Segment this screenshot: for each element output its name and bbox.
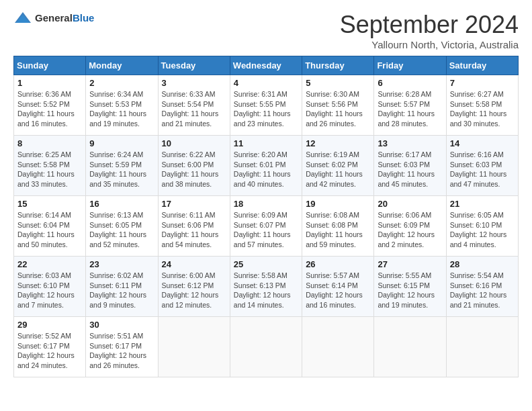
day-info: Sunrise: 6:31 AMSunset: 5:55 PMDaylight:… <box>234 89 298 129</box>
day-info: Sunrise: 6:16 AMSunset: 6:03 PMDaylight:… <box>450 150 515 189</box>
day-number: 22 <box>17 259 82 269</box>
day-number: 25 <box>234 259 298 269</box>
day-info: Sunrise: 5:58 AMSunset: 6:13 PMDaylight:… <box>234 271 298 310</box>
calendar-week-row: 8 Sunrise: 6:25 AMSunset: 5:58 PMDayligh… <box>14 136 519 196</box>
day-number: 16 <box>89 199 154 209</box>
day-number: 24 <box>162 259 226 269</box>
calendar-cell: 23 Sunrise: 6:02 AMSunset: 6:11 PMDaylig… <box>86 257 158 317</box>
day-info: Sunrise: 6:03 AMSunset: 6:10 PMDaylight:… <box>17 271 82 310</box>
header: GeneralBlue September 2024 Yallourn Nort… <box>13 11 519 50</box>
calendar-week-row: 15 Sunrise: 6:14 AMSunset: 6:04 PMDaylig… <box>14 196 519 257</box>
calendar-cell: 12 Sunrise: 6:19 AMSunset: 6:02 PMDaylig… <box>302 136 374 196</box>
day-number: 26 <box>306 259 370 269</box>
logo: GeneralBlue <box>13 11 94 26</box>
location-title: Yallourn North, Victoria, Australia <box>340 39 519 50</box>
day-number: 29 <box>17 320 82 330</box>
day-info: Sunrise: 5:54 AMSunset: 6:16 PMDaylight:… <box>450 271 515 310</box>
day-number: 28 <box>450 259 515 269</box>
calendar-cell: 26 Sunrise: 5:57 AMSunset: 6:14 PMDaylig… <box>302 257 374 317</box>
col-header-sunday: Sunday <box>14 56 86 75</box>
day-number: 8 <box>17 138 82 148</box>
day-number: 13 <box>378 138 442 148</box>
day-number: 2 <box>89 78 154 88</box>
day-number: 23 <box>89 259 154 269</box>
calendar-cell: 21 Sunrise: 6:05 AMSunset: 6:10 PMDaylig… <box>446 196 518 257</box>
day-info: Sunrise: 6:17 AMSunset: 6:03 PMDaylight:… <box>378 150 442 189</box>
calendar-cell <box>230 317 302 377</box>
col-header-tuesday: Tuesday <box>158 56 230 75</box>
calendar-cell: 18 Sunrise: 6:09 AMSunset: 6:07 PMDaylig… <box>230 196 302 257</box>
calendar-cell: 2 Sunrise: 6:34 AMSunset: 5:53 PMDayligh… <box>86 75 158 136</box>
day-number: 21 <box>450 199 515 209</box>
day-info: Sunrise: 6:34 AMSunset: 5:53 PMDaylight:… <box>89 89 154 129</box>
calendar-cell: 1 Sunrise: 6:36 AMSunset: 5:52 PMDayligh… <box>14 75 86 136</box>
calendar-cell: 4 Sunrise: 6:31 AMSunset: 5:55 PMDayligh… <box>230 75 302 136</box>
calendar-week-row: 22 Sunrise: 6:03 AMSunset: 6:10 PMDaylig… <box>14 257 519 317</box>
col-header-wednesday: Wednesday <box>230 56 302 75</box>
day-number: 18 <box>234 199 298 209</box>
day-info: Sunrise: 6:05 AMSunset: 6:10 PMDaylight:… <box>450 210 515 250</box>
col-header-friday: Friday <box>374 56 446 75</box>
col-header-monday: Monday <box>86 56 158 75</box>
day-number: 9 <box>89 138 154 148</box>
calendar-cell: 3 Sunrise: 6:33 AMSunset: 5:54 PMDayligh… <box>158 75 230 136</box>
day-number: 10 <box>162 138 226 148</box>
calendar-cell <box>446 317 518 377</box>
day-info: Sunrise: 6:00 AMSunset: 6:12 PMDaylight:… <box>162 271 226 310</box>
day-info: Sunrise: 6:13 AMSunset: 6:05 PMDaylight:… <box>89 210 154 250</box>
calendar-cell: 30 Sunrise: 5:51 AMSunset: 6:17 PMDaylig… <box>86 317 158 377</box>
day-info: Sunrise: 6:24 AMSunset: 5:59 PMDaylight:… <box>89 150 154 189</box>
day-number: 4 <box>234 78 298 88</box>
col-header-saturday: Saturday <box>446 56 518 75</box>
calendar-cell: 14 Sunrise: 6:16 AMSunset: 6:03 PMDaylig… <box>446 136 518 196</box>
day-info: Sunrise: 6:30 AMSunset: 5:56 PMDaylight:… <box>306 89 370 129</box>
day-info: Sunrise: 6:33 AMSunset: 5:54 PMDaylight:… <box>162 89 226 129</box>
day-info: Sunrise: 6:27 AMSunset: 5:58 PMDaylight:… <box>450 89 515 129</box>
calendar-cell: 15 Sunrise: 6:14 AMSunset: 6:04 PMDaylig… <box>14 196 86 257</box>
calendar-cell: 22 Sunrise: 6:03 AMSunset: 6:10 PMDaylig… <box>14 257 86 317</box>
calendar-cell: 7 Sunrise: 6:27 AMSunset: 5:58 PMDayligh… <box>446 75 518 136</box>
day-info: Sunrise: 6:19 AMSunset: 6:02 PMDaylight:… <box>306 150 370 189</box>
day-number: 14 <box>450 138 515 148</box>
logo-text-general: General <box>35 12 73 24</box>
calendar-cell: 19 Sunrise: 6:08 AMSunset: 6:08 PMDaylig… <box>302 196 374 257</box>
day-info: Sunrise: 5:51 AMSunset: 6:17 PMDaylight:… <box>89 331 154 371</box>
calendar-cell: 28 Sunrise: 5:54 AMSunset: 6:16 PMDaylig… <box>446 257 518 317</box>
day-info: Sunrise: 6:11 AMSunset: 6:06 PMDaylight:… <box>162 210 226 250</box>
day-number: 17 <box>162 199 226 209</box>
calendar-cell: 16 Sunrise: 6:13 AMSunset: 6:05 PMDaylig… <box>86 196 158 257</box>
day-info: Sunrise: 6:28 AMSunset: 5:57 PMDaylight:… <box>378 89 442 129</box>
calendar-header-row: SundayMondayTuesdayWednesdayThursdayFrid… <box>14 56 519 75</box>
calendar-cell: 25 Sunrise: 5:58 AMSunset: 6:13 PMDaylig… <box>230 257 302 317</box>
calendar-cell: 6 Sunrise: 6:28 AMSunset: 5:57 PMDayligh… <box>374 75 446 136</box>
day-number: 7 <box>450 78 515 88</box>
calendar-cell: 20 Sunrise: 6:06 AMSunset: 6:09 PMDaylig… <box>374 196 446 257</box>
col-header-thursday: Thursday <box>302 56 374 75</box>
day-info: Sunrise: 5:57 AMSunset: 6:14 PMDaylight:… <box>306 271 370 310</box>
calendar-cell: 9 Sunrise: 6:24 AMSunset: 5:59 PMDayligh… <box>86 136 158 196</box>
logo-text-blue: Blue <box>73 12 95 24</box>
calendar-cell: 5 Sunrise: 6:30 AMSunset: 5:56 PMDayligh… <box>302 75 374 136</box>
day-number: 3 <box>162 78 226 88</box>
month-title: September 2024 <box>340 11 519 39</box>
calendar-cell: 11 Sunrise: 6:20 AMSunset: 6:01 PMDaylig… <box>230 136 302 196</box>
calendar-cell: 10 Sunrise: 6:22 AMSunset: 6:00 PMDaylig… <box>158 136 230 196</box>
calendar-week-row: 1 Sunrise: 6:36 AMSunset: 5:52 PMDayligh… <box>14 75 519 136</box>
day-number: 20 <box>378 199 442 209</box>
calendar-table: SundayMondayTuesdayWednesdayThursdayFrid… <box>13 56 519 377</box>
calendar-cell: 27 Sunrise: 5:55 AMSunset: 6:15 PMDaylig… <box>374 257 446 317</box>
day-info: Sunrise: 6:06 AMSunset: 6:09 PMDaylight:… <box>378 210 442 250</box>
day-info: Sunrise: 6:08 AMSunset: 6:08 PMDaylight:… <box>306 210 370 250</box>
day-number: 27 <box>378 259 442 269</box>
day-info: Sunrise: 6:36 AMSunset: 5:52 PMDaylight:… <box>17 89 82 129</box>
title-area: September 2024 Yallourn North, Victoria,… <box>340 11 519 50</box>
day-number: 5 <box>306 78 370 88</box>
logo-icon <box>13 11 32 26</box>
day-info: Sunrise: 5:55 AMSunset: 6:15 PMDaylight:… <box>378 271 442 310</box>
calendar-cell <box>374 317 446 377</box>
calendar-cell: 24 Sunrise: 6:00 AMSunset: 6:12 PMDaylig… <box>158 257 230 317</box>
day-info: Sunrise: 6:25 AMSunset: 5:58 PMDaylight:… <box>17 150 82 189</box>
day-info: Sunrise: 6:22 AMSunset: 6:00 PMDaylight:… <box>162 150 226 189</box>
day-number: 12 <box>306 138 370 148</box>
day-info: Sunrise: 6:14 AMSunset: 6:04 PMDaylight:… <box>17 210 82 250</box>
